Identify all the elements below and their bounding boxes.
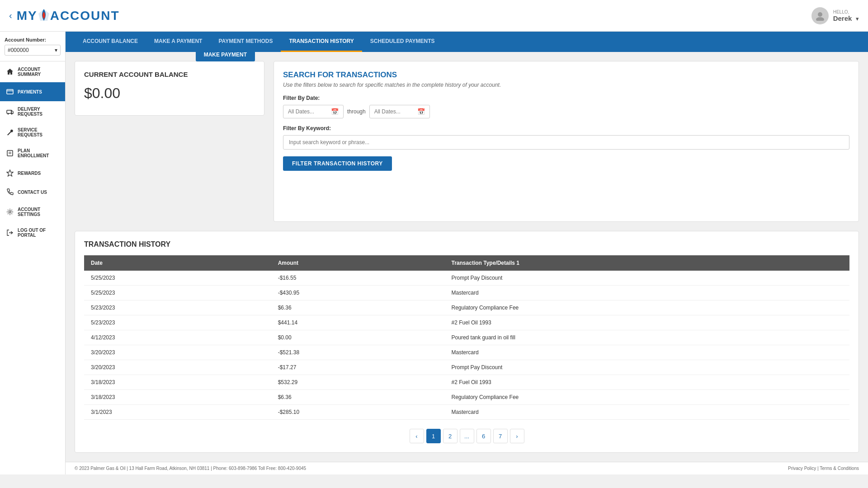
- pagination-page-6[interactable]: 6: [476, 429, 491, 443]
- calendar-from-icon[interactable]: 📅: [331, 108, 339, 115]
- col-amount: Amount: [271, 255, 445, 271]
- account-number-label: Account Number:: [5, 37, 61, 42]
- sidebar-item-account-summary[interactable]: ACCOUNT SUMMARY: [0, 61, 65, 82]
- pagination-ellipsis: ...: [460, 429, 474, 443]
- cell-date: 3/18/2023: [84, 390, 271, 405]
- cell-details: Regulatory Compliance Fee: [445, 300, 849, 315]
- table-row: 3/20/2023 -$17.27 Prompt Pay Discount: [84, 360, 849, 375]
- layout: Account Number: #000000 ▾ ACCOUNT SUMMAR…: [0, 32, 868, 474]
- sidebar-item-contact-us[interactable]: CONTACT US: [0, 183, 65, 202]
- sidebar-item-contact-label: CONTACT US: [18, 190, 47, 195]
- sidebar-item-payments[interactable]: PAYMENTS: [0, 82, 65, 101]
- sidebar-item-account-settings[interactable]: ACCOUNT SETTINGS: [0, 202, 65, 222]
- footer: © 2023 Palmer Gas & Oil | 13 Hall Farm R…: [66, 462, 868, 474]
- cell-date: 3/20/2023: [84, 360, 271, 375]
- delivery-icon: [6, 108, 14, 116]
- cell-date: 3/18/2023: [84, 375, 271, 390]
- table-row: 3/1/2023 -$285.10 Mastercard: [84, 405, 849, 420]
- footer-left: © 2023 Palmer Gas & Oil | 13 Hall Farm R…: [75, 466, 306, 471]
- filter-transaction-history-button[interactable]: FILTER TRANSACTION HISTORY: [283, 156, 392, 171]
- balance-card: CURRENT ACCOUNT BALANCE MAKE PAYMENT $0.…: [75, 61, 264, 116]
- logo-my-text: MY: [17, 9, 38, 23]
- pagination-page-2[interactable]: 2: [443, 429, 458, 443]
- tab-scheduled-payments[interactable]: SCHEDULED PAYMENTS: [362, 32, 443, 52]
- date-to-input[interactable]: 📅: [369, 105, 430, 118]
- sidebar-item-service-label: SERVICE REQUESTS: [18, 127, 61, 137]
- table-header: Date Amount Transaction Type/Details 1: [84, 255, 849, 271]
- account-number-select[interactable]: #000000 ▾: [5, 45, 61, 56]
- cell-details: Prompt Pay Discount: [445, 360, 849, 375]
- pagination-next[interactable]: ›: [510, 429, 524, 443]
- footer-right: Privacy Policy | Terms & Conditions: [788, 466, 859, 471]
- transaction-history-section: TRANSACTION HISTORY Date Amount Transact…: [75, 231, 859, 453]
- header: ‹ MY ACCOUNT HELLO, Derek ▾: [0, 0, 868, 32]
- balance-card-title: CURRENT ACCOUNT BALANCE: [84, 70, 188, 78]
- sidebar-item-plan-enrollment[interactable]: PLAN ENROLLMENT: [0, 143, 65, 164]
- svg-point-1: [818, 12, 822, 17]
- pagination-page-7[interactable]: 7: [493, 429, 508, 443]
- cell-date: 5/23/2023: [84, 300, 271, 315]
- avatar: [811, 7, 829, 24]
- search-title: SEARCH FOR TRANSACTIONS: [283, 70, 849, 80]
- svg-rect-3: [7, 89, 13, 94]
- cell-amount: $532.29: [271, 375, 445, 390]
- user-hello-label: HELLO,: [833, 9, 859, 14]
- pagination: ‹ 1 2 ... 6 7 ›: [84, 429, 849, 443]
- calendar-to-icon[interactable]: 📅: [417, 108, 425, 115]
- account-number-section: Account Number: #000000 ▾: [0, 32, 65, 61]
- table-row: 3/20/2023 -$521.38 Mastercard: [84, 345, 849, 360]
- filter-date-label: Filter By Date:: [283, 95, 849, 101]
- cell-amount: -$521.38: [271, 345, 445, 360]
- table-row: 5/23/2023 $6.36 Regulatory Compliance Fe…: [84, 300, 849, 315]
- table-row: 3/18/2023 $6.36 Regulatory Compliance Fe…: [84, 390, 849, 405]
- cell-details: Mastercard: [445, 405, 849, 420]
- cell-details: Mastercard: [445, 345, 849, 360]
- table-row: 5/25/2023 -$430.95 Mastercard: [84, 286, 849, 300]
- table-row: 5/25/2023 -$16.55 Prompt Pay Discount: [84, 271, 849, 286]
- user-info: HELLO, Derek ▾: [833, 9, 859, 22]
- sidebar-item-logout-label: LOG OUT OF PORTAL: [18, 228, 61, 238]
- user-dropdown-icon[interactable]: ▾: [856, 15, 859, 22]
- plan-icon: [6, 149, 14, 157]
- col-details: Transaction Type/Details 1: [445, 255, 849, 271]
- cell-details: Mastercard: [445, 286, 849, 300]
- keyword-input[interactable]: [283, 135, 849, 150]
- user-name: Derek: [833, 14, 852, 22]
- payments-icon: [6, 88, 14, 96]
- sidebar-item-rewards[interactable]: REWARDS: [0, 164, 65, 183]
- date-from-field[interactable]: [288, 108, 329, 115]
- table-header-row: Date Amount Transaction Type/Details 1: [84, 255, 849, 271]
- sidebar-item-plan-label: PLAN ENROLLMENT: [18, 148, 61, 158]
- content-area: CURRENT ACCOUNT BALANCE MAKE PAYMENT $0.…: [66, 52, 868, 231]
- date-to-field[interactable]: [374, 108, 415, 115]
- star-icon: [6, 169, 14, 177]
- cell-date: 4/12/2023: [84, 330, 271, 345]
- sidebar-item-delivery-requests[interactable]: DELIVERY REQUESTS: [0, 101, 65, 122]
- logo-area: ‹ MY ACCOUNT: [9, 8, 120, 23]
- cell-amount: $0.00: [271, 330, 445, 345]
- search-card: SEARCH FOR TRANSACTIONS Use the filters …: [274, 61, 859, 222]
- sidebar-item-service-requests[interactable]: SERVICE REQUESTS: [0, 122, 65, 143]
- pagination-prev[interactable]: ‹: [410, 429, 424, 443]
- logo-drop-icon: [38, 8, 50, 23]
- pagination-page-1[interactable]: 1: [426, 429, 441, 443]
- svg-marker-6: [11, 110, 13, 113]
- cell-amount: $6.36: [271, 300, 445, 315]
- date-from-input[interactable]: 📅: [283, 105, 344, 118]
- cell-amount: $6.36: [271, 390, 445, 405]
- transaction-table: Date Amount Transaction Type/Details 1 5…: [84, 255, 849, 420]
- cell-details: Prompt Pay Discount: [445, 271, 849, 286]
- phone-icon: [6, 188, 14, 196]
- tab-transaction-history[interactable]: TRANSACTION HISTORY: [281, 32, 362, 52]
- sidebar-item-logout[interactable]: LOG OUT OF PORTAL: [0, 222, 65, 243]
- sidebar-item-account-summary-label: ACCOUNT SUMMARY: [18, 67, 61, 77]
- sidebar-item-delivery-label: DELIVERY REQUESTS: [18, 107, 61, 117]
- tab-account-balance[interactable]: ACCOUNT BALANCE: [75, 32, 146, 52]
- transaction-history-title: TRANSACTION HISTORY: [84, 240, 849, 249]
- svg-point-8: [11, 113, 13, 115]
- back-arrow[interactable]: ‹: [9, 10, 12, 21]
- make-payment-button[interactable]: MAKE PAYMENT: [196, 48, 255, 61]
- home-icon: [6, 68, 14, 76]
- sidebar: Account Number: #000000 ▾ ACCOUNT SUMMAR…: [0, 32, 66, 474]
- cell-amount: -$16.55: [271, 271, 445, 286]
